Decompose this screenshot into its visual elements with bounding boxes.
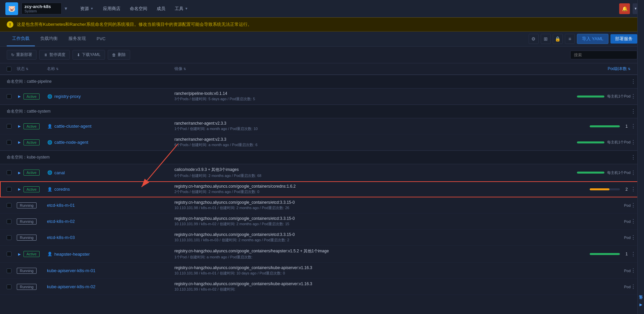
name-link-kube-api-m02[interactable]: kube-apiserver-k8s-m-02 [47, 284, 96, 289]
user-icon-cattle-cluster-agent: 👤 [47, 124, 52, 129]
gear-button[interactable]: ⚙ [529, 34, 539, 44]
image-main-cattle-cluster-agent: rancher/rancher-agent:v2.3.3 [174, 121, 574, 126]
action-btn-heapster[interactable]: ⋮ [629, 250, 637, 258]
image-meta-cattle-cluster-agent: 1个Pod / 创建时间: a month ago / Pod重启次数: 10 [174, 126, 574, 131]
name-link-heapster[interactable]: heapster-heapster [54, 252, 90, 257]
expand-cattle-node-agent[interactable]: ▶ [17, 140, 22, 144]
nav-appstore[interactable]: 应用商店 [99, 4, 124, 14]
download-icon: ⬇ [77, 53, 80, 57]
checkbox-etcd-m03[interactable] [7, 235, 11, 240]
user-icon-heapster: 👤 [47, 251, 52, 257]
checkbox-cattle-node-agent[interactable] [7, 140, 11, 145]
cluster-name: zcy-arch-k8s [24, 4, 59, 9]
progress-bar-coredns [590, 188, 620, 190]
tab-pvc[interactable]: PVC [91, 32, 111, 46]
deploy-service-button[interactable]: 部署服务 [610, 34, 637, 44]
checkbox-heapster[interactable] [7, 252, 11, 256]
pause-button[interactable]: ⏸ 暂停调度 [39, 50, 70, 60]
name-link-coredns[interactable]: coredns [54, 187, 70, 192]
main-content: 命名空间：cattle-pipeline ⋮ ▶ Active 🌐 regist… [0, 75, 644, 295]
tab-loadbalance[interactable]: 负载均衡 [35, 32, 63, 46]
action-btn-kube-api-m02[interactable]: ⋮ [629, 283, 637, 291]
expand-registry-proxy[interactable]: ▶ [17, 95, 22, 98]
nav-tools[interactable]: 工具 ▼ [171, 4, 192, 14]
list-button[interactable]: ≡ [565, 34, 575, 44]
ns-header-left-cattle-system: 命名空间：cattle-system [7, 109, 51, 114]
select-all-checkbox[interactable] [7, 67, 11, 71]
expand-canal[interactable]: ▶ [17, 171, 22, 175]
redeploy-button[interactable]: ↻ 重新部署 [7, 50, 37, 60]
ns-action-cattle-pipeline[interactable]: ⋮ [629, 78, 637, 85]
name-link-etcd-m03[interactable]: etcd-k8s-m-03 [47, 235, 75, 240]
header-name[interactable]: 名称 ⇅ [47, 66, 174, 72]
grid-button[interactable]: ⊞ [541, 34, 551, 44]
delete-button[interactable]: 🗑 删除 [108, 50, 130, 60]
status-badge-registry-proxy: Active [23, 93, 40, 100]
action-btn-canal[interactable]: ⋮ [629, 169, 637, 177]
header-image[interactable]: 镜像 ⇅ [174, 66, 577, 72]
gear-icon: ⚙ [531, 36, 536, 42]
expand-heapster[interactable]: ▶ [17, 252, 22, 256]
header-pods[interactable]: Pod副本数 ⇅ [608, 66, 631, 72]
download-yaml-button[interactable]: ⬇ 下载YAML [72, 50, 105, 60]
checkbox-etcd-m02[interactable] [7, 219, 11, 224]
header-status[interactable]: 状态 ⇅ [17, 66, 47, 72]
checkbox-registry-proxy[interactable] [7, 94, 11, 99]
progress-fill-coredns [590, 188, 609, 190]
nav-members[interactable]: 成员 [153, 4, 169, 14]
lock-button[interactable]: 🔒 [553, 34, 563, 44]
action-btn-registry-proxy[interactable]: ⋮ [629, 92, 637, 100]
search-input[interactable] [570, 51, 637, 59]
pods-cell-registry-proxy: 每主机1个Pod [577, 94, 631, 99]
table-row: ▶ Active 👤 cattle-cluster-agent rancher/… [0, 118, 644, 134]
image-main-etcd-m02: registry.cn-hangzhou.aliyuncs.com/google… [174, 216, 574, 221]
nav-resources[interactable]: 资源 ▼ [76, 4, 98, 14]
tab-workload[interactable]: 工作负载 [7, 32, 35, 46]
bell-icon: 🔔 [622, 6, 628, 11]
checkbox-etcd-m01[interactable] [7, 203, 11, 208]
name-link-etcd-m01[interactable]: etcd-k8s-m-01 [47, 203, 75, 208]
nav-namespace[interactable]: 命名空间 [126, 4, 151, 14]
import-yaml-button[interactable]: 导入 YAML [577, 34, 608, 44]
progress-bar-cattle-cluster-agent [590, 125, 620, 127]
table-header: 状态 ⇅ 名称 ⇅ 镜像 ⇅ Pod副本数 ⇅ [0, 63, 644, 75]
sidebar-cloud-label[interactable]: ◀ 亿速云 [638, 302, 643, 307]
expand-cattle-cluster-agent[interactable]: ▶ [17, 124, 22, 128]
checkbox-kube-api-m01[interactable] [7, 268, 11, 273]
name-link-kube-api-m01[interactable]: kube-apiserver-k8s-m-01 [47, 268, 96, 273]
tab-service-discovery[interactable]: 服务发现 [63, 32, 91, 46]
right-sidebar: ◀ 亿速云 [637, 0, 644, 314]
nav-appstore-label: 应用商店 [103, 6, 120, 12]
table-row: Running etcd-k8s-m-03 registry.cn-hangzh… [0, 230, 644, 246]
checkbox-coredns[interactable] [7, 187, 11, 192]
action-btn-cattle-node-agent[interactable]: ⋮ [629, 138, 637, 146]
action-btn-etcd-m03[interactable]: ⋮ [629, 234, 637, 241]
action-btn-kube-api-m01[interactable]: ⋮ [629, 267, 637, 274]
action-btn-cattle-cluster-agent[interactable]: ⋮ [629, 122, 637, 130]
image-meta-cattle-node-agent: 6个Pods / 创建时间: a month ago / Pod重启次数: 6 [174, 142, 574, 147]
action-btn-etcd-m02[interactable]: ⋮ [629, 217, 637, 225]
checkbox-kube-api-m02[interactable] [7, 285, 11, 289]
name-link-cattle-cluster-agent[interactable]: cattle-cluster-agent [54, 124, 92, 129]
bell-button[interactable]: 🔔 [619, 3, 630, 14]
ns-action-kube-system[interactable]: ⋮ [629, 153, 637, 161]
table-row-coredns: ▶ Active 👤 coredns registry.cn-hangzhou.… [0, 181, 644, 197]
expand-coredns[interactable]: ▶ [17, 187, 22, 191]
action-btn-coredns[interactable]: ⋮ [629, 185, 637, 193]
ns-action-cattle-system[interactable]: ⋮ [629, 108, 637, 115]
checkbox-cattle-cluster-agent[interactable] [7, 124, 11, 129]
image-cell-registry-proxy: rancher/pipeline-tools:v0.1.14 3个Pods / … [174, 91, 577, 102]
status-badge-coredns: Active [23, 186, 40, 192]
action-btn-etcd-m01[interactable]: ⋮ [629, 201, 637, 209]
top-nav: 🐷 zcy-arch-k8s System ▼ 资源 ▼ 应用商店 命名空间 成… [0, 0, 644, 17]
cluster-selector[interactable]: zcy-arch-k8s System [21, 3, 62, 14]
name-link-canal[interactable]: canal [54, 170, 65, 175]
ns-label-kube-system: 命名空间：kube-system [7, 154, 50, 160]
name-link-cattle-node-agent[interactable]: cattle-node-agent [54, 140, 88, 145]
status-badge-etcd-m01: Running [17, 202, 37, 208]
ns-group-cattle-pipeline: 命名空间：cattle-pipeline ⋮ ▶ Active 🌐 regist… [0, 75, 644, 105]
checkbox-canal[interactable] [7, 170, 11, 175]
name-link-registry-proxy[interactable]: registry-proxy [54, 94, 81, 99]
ns-header-cattle-pipeline: 命名空间：cattle-pipeline ⋮ [0, 75, 644, 88]
name-link-etcd-m02[interactable]: etcd-k8s-m-02 [47, 219, 75, 224]
